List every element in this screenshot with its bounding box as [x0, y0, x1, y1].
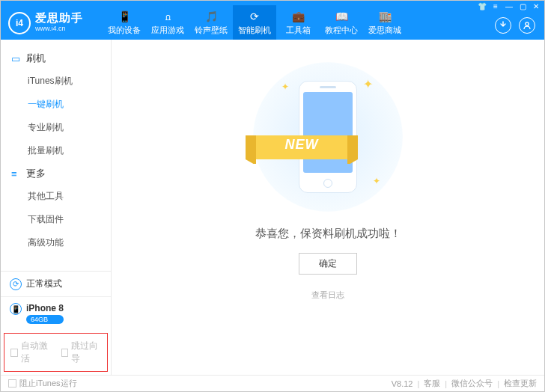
side-group-header: ≡更多 [1, 162, 111, 185]
header-actions [495, 17, 535, 34]
close-icon[interactable]: ✕ [531, 1, 541, 11]
nav-store-icon: 🏬 [378, 10, 392, 23]
side-download-fw[interactable]: 下载固件 [1, 208, 111, 231]
top-nav: 📱我的设备⩍应用游戏🎵铃声壁纸⟳智能刷机💼工具箱📖教程中心🏬爱思商城 [103, 1, 407, 40]
storage-badge: 64GB [26, 315, 64, 324]
app-header: 👕 ≡ — ▢ ✕ i4 爱思助手 www.i4.cn 📱我的设备⩍应用游戏🎵铃… [1, 1, 544, 40]
sidebar-footer: ⟳ 正常模式 📱 iPhone 8 64GB 自动激活 跳过向导 [1, 271, 111, 375]
side-itunes-flash[interactable]: iTunes刷机 [1, 70, 111, 93]
nav-store[interactable]: 🏬爱思商城 [363, 5, 407, 40]
new-ribbon: NEW [243, 131, 361, 164]
auto-activate-label: 自动激活 [21, 340, 51, 365]
brand-subtitle: www.i4.cn [35, 23, 83, 34]
version-label: V8.12 [392, 379, 413, 388]
nav-apps-icon: ⩍ [161, 10, 174, 23]
nav-ringtone-label: 铃声壁纸 [195, 25, 228, 36]
ok-button[interactable]: 确定 [299, 253, 357, 275]
nav-tutorial[interactable]: 📖教程中心 [320, 5, 363, 40]
ribbon-text: NEW [243, 137, 361, 153]
side-batch-flash[interactable]: 批量刷机 [1, 139, 111, 162]
maximize-icon[interactable]: ▢ [517, 1, 528, 11]
side-group-header: ▭刷机 [1, 47, 111, 70]
success-message: 恭喜您，保资料刷机成功啦！ [255, 227, 401, 241]
checkbox-skip-guide[interactable]: 跳过向导 [61, 340, 102, 365]
skip-guide-label: 跳过向导 [71, 340, 101, 365]
side-onekey-flash[interactable]: 一键刷机 [1, 93, 111, 116]
window-controls: 👕 ≡ — ▢ ✕ [477, 1, 541, 11]
phone-icon: 📱 [10, 303, 22, 315]
nav-flash-label: 智能刷机 [238, 25, 271, 36]
nav-store-label: 爱思商城 [368, 25, 401, 36]
support-link[interactable]: 客服 [424, 378, 440, 389]
brand-title: 爱思助手 [35, 13, 83, 23]
download-icon[interactable] [495, 17, 511, 34]
tshirt-icon[interactable]: 👕 [477, 1, 487, 11]
device-row[interactable]: 📱 iPhone 8 64GB [1, 297, 111, 330]
main-content: ✦ ✦ ✦ NEW 恭喜您，保资料刷机成功啦！ 确定 查看日志 [112, 40, 544, 375]
checkbox-block-itunes[interactable]: 阻止iTunes运行 [8, 378, 77, 389]
nav-toolbox[interactable]: 💼工具箱 [276, 5, 320, 40]
user-icon[interactable] [519, 17, 535, 34]
block-itunes-label: 阻止iTunes运行 [19, 378, 77, 389]
side-advanced[interactable]: 高级功能 [1, 231, 111, 254]
nav-my-device-icon: 📱 [118, 10, 131, 23]
nav-tutorial-icon: 📖 [335, 10, 348, 23]
refresh-icon: ⟳ [10, 278, 22, 290]
brand: i4 爱思助手 www.i4.cn [1, 6, 88, 34]
svg-point-0 [526, 22, 529, 25]
nav-my-device[interactable]: 📱我的设备 [103, 5, 146, 40]
side-other-tools[interactable]: 其他工具 [1, 185, 111, 208]
nav-ringtone-icon: 🎵 [204, 10, 218, 23]
options-row: 自动激活 跳过向导 [4, 333, 108, 372]
checkbox-auto-activate[interactable]: 自动激活 [10, 340, 51, 365]
nav-my-device-label: 我的设备 [108, 25, 141, 36]
side-pro-flash[interactable]: 专业刷机 [1, 116, 111, 139]
success-illustration: ✦ ✦ ✦ NEW [253, 62, 403, 212]
nav-tutorial-label: 教程中心 [325, 25, 358, 36]
nav-apps-label: 应用游戏 [151, 25, 184, 36]
brand-logo-icon: i4 [8, 12, 31, 34]
device-mode-label: 正常模式 [26, 278, 62, 290]
device-name: iPhone 8 [26, 303, 64, 313]
menu-icon[interactable]: ≡ [490, 1, 501, 11]
nav-flash-icon: ⟳ [248, 10, 261, 23]
nav-toolbox-icon: 💼 [291, 10, 305, 23]
check-update-link[interactable]: 检查更新 [504, 378, 537, 389]
device-mode-row[interactable]: ⟳ 正常模式 [1, 272, 111, 297]
nav-flash[interactable]: ⟳智能刷机 [233, 5, 276, 40]
wechat-link[interactable]: 微信公众号 [451, 378, 493, 389]
nav-apps[interactable]: ⩍应用游戏 [146, 5, 189, 40]
status-bar: 阻止iTunes运行 V8.12 | 客服 | 微信公众号 | 检查更新 [1, 375, 544, 391]
sidebar: ▭刷机iTunes刷机一键刷机专业刷机批量刷机≡更多其他工具下载固件高级功能 ⟳… [1, 40, 112, 375]
minimize-icon[interactable]: — [504, 1, 514, 11]
nav-toolbox-label: 工具箱 [286, 25, 311, 36]
view-log-link[interactable]: 查看日志 [311, 290, 344, 301]
nav-ringtone[interactable]: 🎵铃声壁纸 [189, 5, 233, 40]
